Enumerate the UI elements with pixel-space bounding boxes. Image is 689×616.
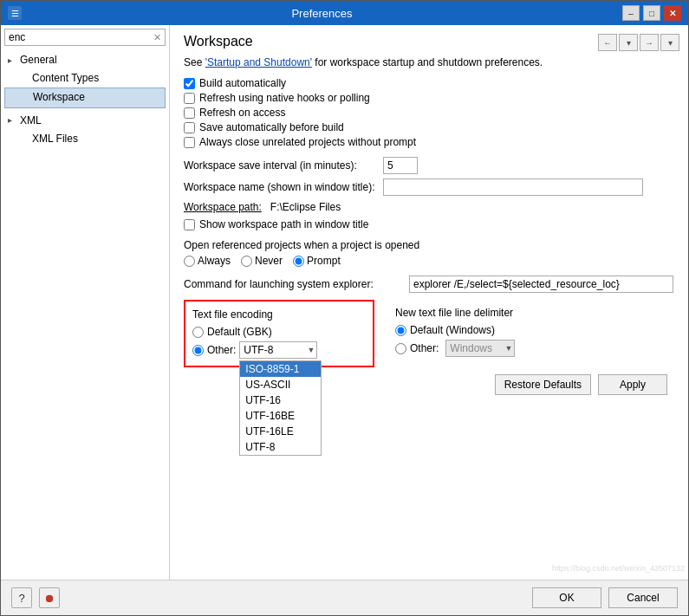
window-controls: – □ ✕ [622, 5, 681, 21]
sidebar: ✕ ▸ General Content Types Workspace ▸ XM… [1, 25, 170, 580]
save-interval-row: Workspace save interval (in minutes): [184, 157, 674, 174]
forward-dropdown-button[interactable]: ▾ [660, 34, 679, 51]
search-input[interactable] [9, 31, 150, 43]
workspace-path-label: Workspace path: [184, 201, 262, 213]
encoding-box: Text file encoding Default (GBK) Other: … [184, 300, 374, 367]
restore-defaults-button[interactable]: Restore Defaults [495, 374, 591, 395]
encoding-other-label: Other: [207, 344, 236, 356]
search-box: ✕ [4, 29, 166, 46]
radio-prompt[interactable] [293, 256, 304, 267]
bottom-section: Text file encoding Default (GBK) Other: … [184, 300, 674, 402]
dd-item-iso[interactable]: ISO-8859-1 [240, 361, 321, 377]
command-label: Command for launching system explorer: [184, 278, 409, 290]
line-delimiter-box: New text file line delimiter Default (Wi… [388, 300, 674, 402]
expand-arrow-xml: ▸ [8, 113, 20, 127]
workspace-name-input[interactable] [383, 178, 643, 196]
dd-item-us-ascii[interactable]: US-ASCII [240, 377, 321, 392]
tree: ▸ General Content Types Workspace ▸ XML … [4, 51, 166, 148]
refresh-access-label: Refresh on access [199, 107, 285, 119]
show-path-checkbox[interactable] [184, 219, 195, 230]
line-delimiter-title: New text file line delimiter [395, 307, 667, 319]
encoding-default-label: Default (GBK) [207, 326, 272, 338]
encoding-other-radio[interactable] [192, 345, 204, 356]
encoding-select-wrapper: UTF-8 ISO-8859-1 US-ASCII UTF-16 UTF-16B… [239, 341, 317, 359]
window-icon: ☰ [8, 6, 22, 20]
encoding-select[interactable]: UTF-8 ISO-8859-1 US-ASCII UTF-16 UTF-16B… [239, 341, 317, 359]
back-button[interactable]: ← [598, 34, 617, 51]
checkbox-save-auto: Save automatically before build [184, 121, 674, 133]
command-input[interactable] [409, 276, 673, 293]
encoding-default-radio[interactable] [192, 327, 204, 338]
startup-shutdown-link[interactable]: 'Startup and Shutdown' [205, 56, 312, 68]
close-unrelated-label: Always close unrelated projects without … [199, 136, 416, 148]
show-path-label: Show workspace path in window title [199, 218, 368, 230]
minimize-button[interactable]: – [622, 5, 640, 21]
save-auto-checkbox[interactable] [184, 122, 195, 133]
apply-button[interactable]: Apply [598, 374, 667, 395]
back-dropdown-button[interactable]: ▾ [619, 34, 638, 51]
radio-always-label[interactable]: Always [184, 255, 231, 267]
close-button[interactable]: ✕ [664, 5, 681, 21]
dd-item-utf16be[interactable]: UTF-16BE [240, 408, 321, 424]
workspace-name-row: Workspace name (shown in window title): [184, 178, 674, 196]
open-ref-section: Open referenced projects when a project … [184, 239, 674, 267]
help-button[interactable]: ? [11, 587, 32, 608]
open-ref-label: Open referenced projects when a project … [184, 239, 674, 251]
checkbox-close-unrelated: Always close unrelated projects without … [184, 136, 674, 148]
ok-button[interactable]: OK [532, 587, 601, 608]
forward-button[interactable]: → [640, 34, 659, 51]
radio-never[interactable] [241, 256, 252, 267]
show-path-row: Show workspace path in window title [184, 218, 674, 230]
watermark: https://blog.csdn.net/weixin_43507132 [552, 564, 685, 573]
encoding-title: Text file encoding [192, 308, 366, 321]
intro-text: See 'Startup and Shutdown' for workspace… [184, 56, 674, 68]
encoding-default-row: Default (GBK) [192, 326, 366, 338]
radio-group-open-ref: Always Never Prompt [184, 255, 674, 267]
maximize-button[interactable]: □ [643, 5, 660, 21]
cancel-button[interactable]: Cancel [608, 587, 678, 608]
tree-item-xml-files[interactable]: XML Files [4, 130, 166, 148]
ld-select[interactable]: Windows Unix Mac [445, 340, 515, 357]
tree-item-xml[interactable]: ▸ XML [4, 112, 166, 130]
ld-default-radio[interactable] [395, 325, 406, 336]
save-interval-label: Workspace save interval (in minutes): [184, 159, 383, 172]
tree-item-content-types[interactable]: Content Types [4, 69, 166, 88]
nav-toolbar: ← ▾ → ▾ [598, 34, 679, 51]
workspace-name-label: Workspace name (shown in window title): [184, 181, 383, 193]
search-clear-icon[interactable]: ✕ [150, 32, 161, 43]
radio-always[interactable] [184, 256, 195, 267]
refresh-native-checkbox[interactable] [184, 93, 195, 104]
build-auto-label: Build automatically [199, 77, 286, 89]
title-bar: ☰ Preferences – □ ✕ [1, 1, 688, 25]
dd-item-utf8[interactable]: UTF-8 [240, 439, 321, 455]
encoding-dropdown-list: ISO-8859-1 US-ASCII UTF-16 UTF-16BE UTF-… [239, 360, 322, 456]
bottom-right-buttons: OK Cancel [532, 587, 678, 608]
dd-item-utf16[interactable]: UTF-16 [240, 392, 321, 408]
close-unrelated-checkbox[interactable] [184, 137, 195, 148]
build-auto-checkbox[interactable] [184, 78, 195, 89]
checkbox-refresh-native: Refresh using native hooks or polling [184, 92, 674, 104]
bottom-buttons-bar: ? ⏺ OK Cancel [1, 580, 688, 615]
checkboxes-section: Build automatically Refresh using native… [184, 77, 674, 148]
refresh-access-checkbox[interactable] [184, 107, 195, 119]
expand-arrow-general: ▸ [8, 54, 20, 68]
ld-other-radio[interactable] [395, 343, 406, 354]
bottom-left-buttons: ? ⏺ [11, 587, 60, 608]
ld-other-label: Other: [410, 342, 439, 354]
tree-label-workspace: Workspace [33, 89, 85, 106]
save-auto-label: Save automatically before build [199, 121, 344, 133]
radio-never-label[interactable]: Never [241, 255, 283, 267]
tree-item-workspace[interactable]: Workspace [4, 88, 166, 107]
content-panel: ← ▾ → ▾ Workspace See 'Startup and Shutd… [170, 25, 688, 580]
tree-item-general[interactable]: ▸ General [4, 51, 166, 69]
checkbox-build-auto: Build automatically [184, 77, 674, 89]
ld-other-row: Other: Windows Unix Mac ▼ [395, 340, 667, 357]
radio-prompt-label[interactable]: Prompt [293, 255, 341, 267]
dd-item-utf16le[interactable]: UTF-16LE [240, 424, 321, 439]
workspace-path-row: Workspace path: F:\Eclipse Files [184, 201, 674, 213]
record-button[interactable]: ⏺ [39, 587, 60, 608]
window-title: Preferences [22, 7, 622, 20]
save-interval-input[interactable] [383, 157, 418, 174]
ld-select-wrapper: Windows Unix Mac ▼ [445, 340, 515, 357]
ld-default-row: Default (Windows) [395, 324, 667, 336]
